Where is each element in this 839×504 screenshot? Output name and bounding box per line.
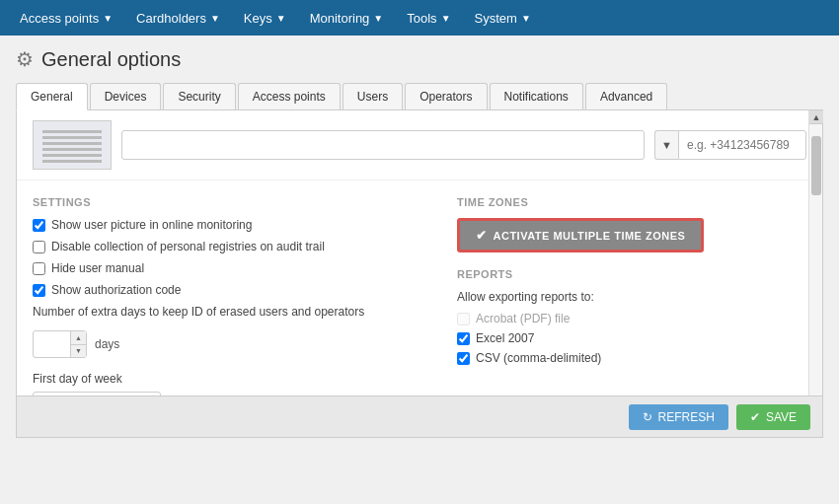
checkbox-show-picture[interactable]: [33, 219, 45, 232]
top-navigation: Access points ▼Cardholders ▼Keys ▼Monito…: [0, 0, 839, 36]
checkbox-show-auth[interactable]: [33, 284, 45, 297]
form-top-area: ▼: [17, 110, 822, 180]
checkbox-row-show-auth: Show authorization code: [33, 283, 437, 297]
days-unit: days: [95, 337, 119, 351]
scrollbar-track[interactable]: ▲ ▼: [808, 110, 822, 437]
report-label-acrobat: Acrobat (PDF) file: [476, 312, 570, 325]
extra-days-group: 120 ▲ ▼ days: [33, 330, 437, 358]
checkbox-label-show-auth: Show authorization code: [51, 283, 181, 297]
settings-column: SETTINGS Show user picture in online mon…: [33, 196, 457, 421]
phone-input[interactable]: [678, 130, 806, 160]
report-checkbox-csv[interactable]: [457, 352, 470, 365]
reports-section: REPORTS Allow exporting reports to: Acro…: [457, 268, 793, 365]
nav-caret-monitoring: ▼: [373, 13, 383, 24]
activate-btn-label: ACTIVATE MULTIPLE TIME ZONES: [494, 230, 686, 242]
checkboxes-container: Show user picture in online monitoringDi…: [33, 218, 437, 297]
nav-caret-keys: ▼: [276, 13, 286, 24]
nav-caret-tools: ▼: [441, 13, 451, 24]
tab-security[interactable]: Security: [163, 83, 235, 109]
name-input[interactable]: [121, 130, 645, 160]
checkbox-row-disable-collection: Disable collection of personal registrie…: [33, 240, 437, 253]
report-checkbox-acrobat: [457, 313, 470, 325]
reports-section-label: REPORTS: [457, 268, 793, 280]
page-header: ⚙ General options: [16, 47, 823, 71]
tab-operators[interactable]: Operators: [405, 83, 487, 109]
scroll-thumb[interactable]: [811, 136, 821, 195]
reports-allow-text: Allow exporting reports to:: [457, 290, 793, 304]
spinner-up-button[interactable]: ▲: [70, 331, 86, 345]
report-row-acrobat: Acrobat (PDF) file: [457, 312, 793, 325]
report-row-excel: Excel 2007: [457, 331, 793, 345]
phone-flag-dropdown[interactable]: ▼: [654, 130, 678, 160]
checkbox-label-disable-collection: Disable collection of personal registrie…: [51, 240, 325, 253]
checkbox-disable-collection[interactable]: [33, 241, 45, 253]
checkbox-label-hide-manual: Hide user manual: [51, 261, 144, 275]
nav-caret-system: ▼: [521, 13, 531, 24]
bottom-bar: ↻ REFRESH ✔ SAVE: [17, 396, 822, 437]
spinner-arrows: ▲ ▼: [70, 331, 86, 357]
settings-section-label: SETTINGS: [33, 196, 437, 208]
checkbox-hide-manual[interactable]: [33, 262, 45, 275]
main-panel: ▲ ▼ ▼ SETTINGS Show user picture: [16, 110, 823, 438]
save-button[interactable]: ✔ SAVE: [736, 404, 810, 430]
flag-caret: ▼: [661, 139, 672, 151]
extra-days-label: Number of extra days to keep ID of erase…: [33, 305, 437, 319]
gear-icon: ⚙: [16, 47, 34, 71]
page-content: ⚙ General options GeneralDevicesSecurity…: [0, 36, 839, 446]
extra-days-input-wrap: 120 ▲ ▼: [33, 330, 87, 358]
checkbox-row-show-picture: Show user picture in online monitoring: [33, 218, 437, 232]
timezones-reports-column: TIME ZONES ✔ ACTIVATE MULTIPLE TIME ZONE…: [457, 196, 793, 421]
timezones-section-label: TIME ZONES: [457, 196, 793, 208]
page-title: General options: [41, 48, 181, 71]
report-label-excel: Excel 2007: [476, 331, 534, 345]
activate-timezones-button[interactable]: ✔ ACTIVATE MULTIPLE TIME ZONES: [457, 218, 704, 252]
report-checkbox-excel[interactable]: [457, 332, 470, 345]
scroll-up-arrow[interactable]: ▲: [809, 110, 823, 124]
nav-item-system[interactable]: System ▼: [463, 0, 543, 36]
spinner-down-button[interactable]: ▼: [70, 345, 86, 358]
tab-general[interactable]: General: [16, 83, 88, 110]
refresh-icon: ↻: [643, 410, 652, 424]
tab-access-points[interactable]: Access points: [238, 83, 341, 109]
nav-item-tools[interactable]: Tools ▼: [395, 0, 462, 36]
image-lines: [42, 128, 102, 163]
tab-notifications[interactable]: Notifications: [490, 83, 583, 109]
nav-item-monitoring[interactable]: Monitoring ▼: [298, 0, 396, 36]
check-icon: ✔: [476, 228, 488, 243]
nav-item-keys[interactable]: Keys ▼: [232, 0, 298, 36]
tab-bar: GeneralDevicesSecurityAccess pointsUsers…: [16, 83, 823, 110]
phone-group: ▼: [654, 130, 806, 160]
nav-caret-cardholders: ▼: [210, 13, 220, 24]
timezones-section: TIME ZONES ✔ ACTIVATE MULTIPLE TIME ZONE…: [457, 196, 793, 252]
checkbox-row-hide-manual: Hide user manual: [33, 261, 437, 275]
refresh-label: REFRESH: [658, 410, 715, 424]
reports-checkboxes-container: Acrobat (PDF) fileExcel 2007CSV (comma-d…: [457, 312, 793, 365]
nav-item-cardholders[interactable]: Cardholders ▼: [124, 0, 232, 36]
tab-users[interactable]: Users: [343, 83, 403, 109]
first-day-label: First day of week: [33, 372, 437, 386]
nav-item-access-points[interactable]: Access points ▼: [8, 0, 124, 36]
checkbox-label-show-picture: Show user picture in online monitoring: [51, 218, 252, 232]
user-image-placeholder: [33, 120, 112, 170]
tab-advanced[interactable]: Advanced: [585, 83, 667, 109]
report-row-csv: CSV (comma-delimited): [457, 351, 793, 365]
save-label: SAVE: [766, 410, 797, 424]
nav-caret-access-points: ▼: [103, 13, 113, 24]
save-icon: ✔: [750, 410, 760, 424]
report-label-csv: CSV (comma-delimited): [476, 351, 601, 365]
refresh-button[interactable]: ↻ REFRESH: [629, 404, 728, 430]
tab-devices[interactable]: Devices: [90, 83, 162, 109]
